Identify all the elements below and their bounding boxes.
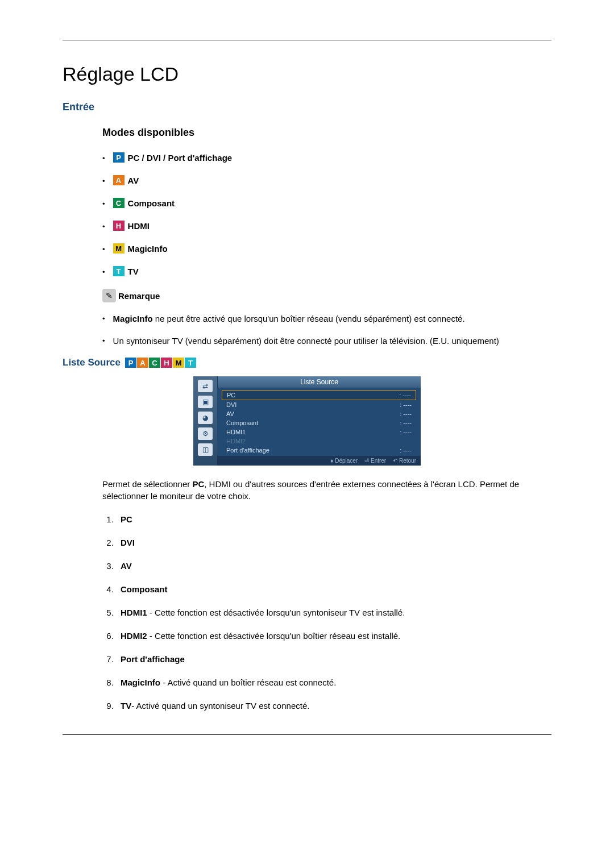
- mode-composant: CComposant: [102, 198, 551, 208]
- mode-pc-label: PC / DVI / Port d'affichage: [128, 153, 233, 163]
- h-icon: H: [161, 358, 172, 368]
- note-heading: ✎ Remarque: [102, 289, 551, 302]
- icon-strip: P A C H M T: [125, 358, 197, 368]
- source-hdmi2: HDMI2 - Cette fonction est désactivée lo…: [116, 630, 551, 642]
- osd-title: Liste Source: [217, 376, 421, 388]
- osd-row-dvi: DVI: ----: [222, 400, 416, 409]
- osd-row-hdmi2: HDMI2: [222, 437, 416, 446]
- t-icon: T: [113, 266, 125, 276]
- mode-comp-label: Composant: [128, 198, 175, 208]
- osd: ⇄ ▣ ◕ ⚙ ◫ Liste Source PC: ---- DVI: ---…: [193, 376, 421, 466]
- section-entree: Entrée: [63, 101, 551, 113]
- post-paragraph: Permet de sélectionner PC, HDMI ou d'aut…: [102, 478, 551, 502]
- mode-tv: TTV: [102, 266, 551, 276]
- mode-tv-label: TV: [128, 267, 139, 276]
- osd-side-icon-input: ⇄: [198, 380, 213, 392]
- divider-bottom: [63, 734, 551, 735]
- osd-main: Liste Source PC: ---- DVI: ---- AV: ----…: [217, 376, 421, 466]
- osd-foot-enter: ⏎ Entrer: [364, 458, 386, 464]
- osd-side-icon-sound: ◕: [198, 412, 213, 424]
- source-port: Port d'affichage: [116, 653, 551, 665]
- osd-foot-move: ♦ Déplacer: [330, 458, 358, 464]
- p-icon: P: [125, 358, 136, 368]
- note-icon: ✎: [102, 289, 116, 302]
- osd-row-pc: PC: ----: [222, 390, 416, 400]
- source-hdmi1: HDMI1 - Cette fonction est désactivée lo…: [116, 607, 551, 618]
- remark-1: MagicInfo ne peut être activé que lorsqu…: [102, 313, 551, 325]
- osd-row-composant: Composant: ----: [222, 418, 416, 427]
- osd-screenshot: ⇄ ▣ ◕ ⚙ ◫ Liste Source PC: ---- DVI: ---…: [63, 376, 551, 466]
- mode-pc: PPC / DVI / Port d'affichage: [102, 152, 551, 163]
- remarks-list: MagicInfo ne peut être activé que lorsqu…: [102, 313, 551, 347]
- source-ordered-list: PC DVI AV Composant HDMI1 - Cette foncti…: [102, 513, 551, 712]
- mode-av: AAV: [102, 175, 551, 185]
- liste-source-label: Liste Source: [63, 357, 121, 368]
- osd-side-icon-multi: ◫: [198, 443, 213, 456]
- source-av: AV: [116, 560, 551, 572]
- remark-1-rest: ne peut être activé que lorsqu'un boîtie…: [153, 314, 465, 323]
- osd-side-icon-picture: ▣: [198, 396, 213, 408]
- a-icon: A: [137, 358, 148, 368]
- note-label: Remarque: [118, 291, 160, 301]
- mode-magicinfo: MMagicInfo: [102, 243, 551, 254]
- p-icon: P: [113, 152, 125, 163]
- source-tv: TV- Activé quand un syntoniseur TV est c…: [116, 700, 551, 712]
- c-icon: C: [113, 198, 125, 208]
- osd-side-icon-setup: ⚙: [198, 427, 213, 440]
- a-icon: A: [113, 175, 125, 185]
- osd-sidebar: ⇄ ▣ ◕ ⚙ ◫: [193, 376, 217, 466]
- post-bold: PC: [192, 479, 204, 489]
- mode-hdmi-label: HDMI: [128, 221, 150, 231]
- source-dvi: DVI: [116, 537, 551, 549]
- h-icon: H: [113, 221, 125, 231]
- divider-top: [63, 40, 551, 40]
- m-icon: M: [173, 358, 184, 368]
- modes-list: PPC / DVI / Port d'affichage AAV CCompos…: [102, 152, 551, 276]
- page: Réglage LCD Entrée Modes disponibles PPC…: [0, 0, 614, 758]
- m-icon: M: [113, 243, 125, 254]
- remark-2-text: Un syntoniseur TV (vendu séparément) doi…: [113, 335, 499, 347]
- source-pc: PC: [116, 513, 551, 525]
- remark-1-bold: MagicInfo: [113, 314, 153, 323]
- osd-source-list: PC: ---- DVI: ---- AV: ---- Composant: -…: [217, 388, 421, 456]
- osd-foot-return: ↶ Retour: [393, 458, 416, 464]
- osd-footer: ♦ Déplacer ⏎ Entrer ↶ Retour: [217, 456, 421, 466]
- source-magicinfo: MagicInfo - Activé quand un boîtier rése…: [116, 676, 551, 688]
- osd-row-av: AV: ----: [222, 409, 416, 418]
- osd-row-port: Port d'affichage: ----: [222, 446, 416, 455]
- osd-row-hdmi1: HDMI1: ----: [222, 427, 416, 437]
- page-title: Réglage LCD: [63, 63, 551, 85]
- t-icon: T: [185, 358, 196, 368]
- post-pre: Permet de sélectionner: [102, 479, 192, 489]
- remark-2: Un syntoniseur TV (vendu séparément) doi…: [102, 335, 551, 347]
- mode-magic-label: MagicInfo: [128, 244, 168, 254]
- c-icon: C: [149, 358, 160, 368]
- mode-av-label: AV: [128, 176, 139, 185]
- liste-source-heading: Liste Source P A C H M T: [63, 357, 551, 368]
- subsection-modes: Modes disponibles: [102, 127, 551, 139]
- mode-hdmi: HHDMI: [102, 221, 551, 231]
- source-composant: Composant: [116, 583, 551, 595]
